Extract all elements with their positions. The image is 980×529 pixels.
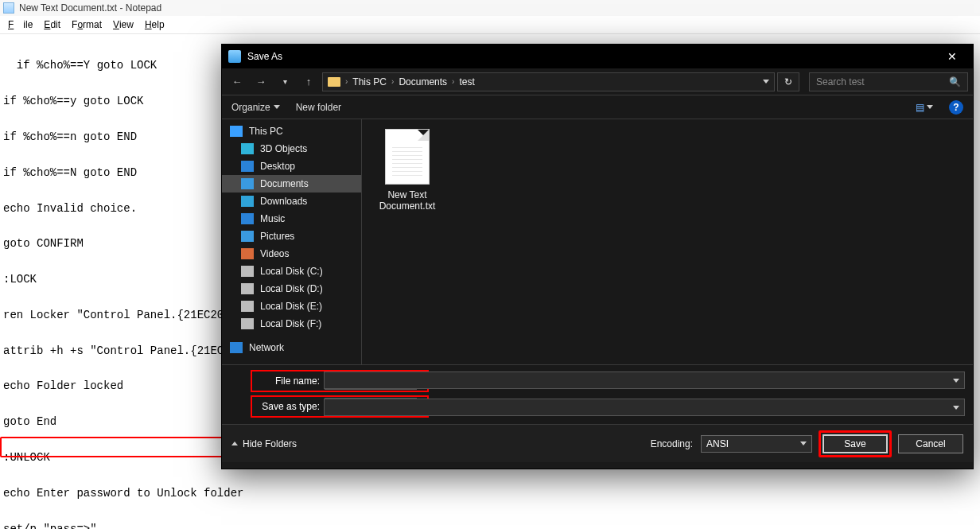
- encoding-label: Encoding:: [651, 438, 693, 449]
- save-button[interactable]: Save: [822, 434, 888, 453]
- file-item[interactable]: New Text Document.txt: [371, 129, 443, 212]
- filename-label: File name:: [253, 375, 320, 387]
- tree-pictures[interactable]: Pictures: [222, 228, 361, 245]
- tree-disk-c[interactable]: Local Disk (C:): [222, 263, 361, 280]
- desktop-icon: [241, 161, 254, 172]
- picture-icon: [241, 231, 254, 242]
- highlight-save: Save: [819, 430, 892, 457]
- new-folder-button[interactable]: New folder: [296, 102, 341, 113]
- disk-icon: [241, 318, 254, 329]
- nav-recent[interactable]: ▾: [274, 72, 295, 92]
- tree-disk-e[interactable]: Local Disk (E:): [222, 298, 361, 315]
- folder-icon: [328, 77, 340, 87]
- menu-file[interactable]: FFileile: [3, 18, 37, 32]
- video-icon: [241, 248, 254, 259]
- network-icon: [230, 342, 243, 353]
- cancel-button[interactable]: Cancel: [898, 434, 963, 453]
- toolbar: Organize New folder ▤ ?: [222, 95, 973, 119]
- tree-music[interactable]: Music: [222, 210, 361, 228]
- breadcrumb-test[interactable]: test: [459, 76, 474, 88]
- pc-icon: [230, 126, 243, 137]
- music-icon: [241, 213, 254, 224]
- nav-bar: ← → ▾ ↑ › This PC › Documents › test ↻ S…: [222, 68, 973, 95]
- notepad-menubar: FFileile Edit Format View Help: [0, 16, 980, 34]
- tree-disk-d[interactable]: Local Disk (D:): [222, 280, 361, 298]
- chevron-right-icon: ›: [391, 77, 394, 86]
- tree-documents[interactable]: Documents: [222, 175, 361, 193]
- breadcrumb-documents[interactable]: Documents: [399, 76, 447, 88]
- menu-format[interactable]: Format: [67, 18, 107, 32]
- menu-view[interactable]: View: [108, 18, 138, 32]
- cube-icon: [241, 143, 254, 154]
- dialog-title: Save As: [247, 51, 935, 62]
- document-icon: [241, 178, 254, 189]
- refresh-button[interactable]: ↻: [777, 72, 799, 91]
- navigation-tree[interactable]: This PC 3D Objects Desktop Documents Dow…: [222, 119, 362, 364]
- text-file-icon: [385, 129, 430, 185]
- encoding-select[interactable]: ANSI: [701, 435, 812, 453]
- disk-icon: [241, 266, 254, 277]
- notepad-title-text: New Text Document.txt - Notepad: [19, 2, 161, 14]
- breadcrumb-thispc[interactable]: This PC: [352, 76, 387, 88]
- search-placeholder: Search test: [816, 76, 865, 88]
- savetype-label: Save as type:: [253, 401, 320, 412]
- tree-videos[interactable]: Videos: [222, 245, 361, 263]
- file-list[interactable]: New Text Document.txt: [362, 119, 973, 364]
- chevron-down-icon: [800, 441, 807, 445]
- organize-menu[interactable]: Organize: [231, 102, 280, 113]
- search-input[interactable]: Search test 🔍: [809, 72, 968, 91]
- chevron-up-icon: [231, 441, 238, 445]
- view-options[interactable]: ▤: [916, 99, 933, 116]
- tree-desktop[interactable]: Desktop: [222, 158, 361, 175]
- chevron-down-icon[interactable]: [763, 80, 769, 84]
- notepad-app-icon: [228, 50, 241, 63]
- notepad-icon: [3, 2, 14, 14]
- chevron-right-icon: ›: [452, 77, 454, 86]
- help-button[interactable]: ?: [949, 100, 963, 115]
- tree-3d-objects[interactable]: 3D Objects: [222, 140, 361, 158]
- dialog-titlebar: Save As ✕: [222, 45, 973, 68]
- file-item-label: New Text Document.txt: [371, 189, 443, 212]
- close-button[interactable]: ✕: [935, 45, 970, 68]
- chevron-right-icon: ›: [345, 77, 348, 86]
- tree-this-pc[interactable]: This PC: [222, 123, 361, 140]
- tree-network[interactable]: Network: [222, 339, 361, 356]
- disk-icon: [241, 301, 254, 312]
- nav-up[interactable]: ↑: [298, 72, 319, 92]
- nav-forward[interactable]: →: [251, 72, 271, 92]
- chevron-down-icon: [274, 105, 280, 109]
- disk-icon: [241, 283, 254, 294]
- tree-downloads[interactable]: Downloads: [222, 193, 361, 210]
- menu-help[interactable]: Help: [140, 18, 169, 32]
- dialog-footer: Hide Folders Encoding: ANSI Save Cancel: [222, 424, 973, 462]
- hide-folders-button[interactable]: Hide Folders: [231, 438, 297, 449]
- search-icon: 🔍: [949, 76, 961, 88]
- breadcrumb[interactable]: › This PC › Documents › test: [322, 72, 775, 91]
- menu-edit[interactable]: Edit: [39, 18, 65, 32]
- notepad-titlebar: New Text Document.txt - Notepad: [0, 0, 980, 16]
- save-as-dialog: Save As ✕ ← → ▾ ↑ › This PC › Documents …: [221, 44, 974, 469]
- tree-disk-f[interactable]: Local Disk (F:): [222, 315, 361, 333]
- download-icon: [241, 196, 254, 207]
- save-fields: File name: MyLock.bat Save as type: All …: [222, 364, 973, 424]
- nav-back[interactable]: ←: [227, 72, 247, 92]
